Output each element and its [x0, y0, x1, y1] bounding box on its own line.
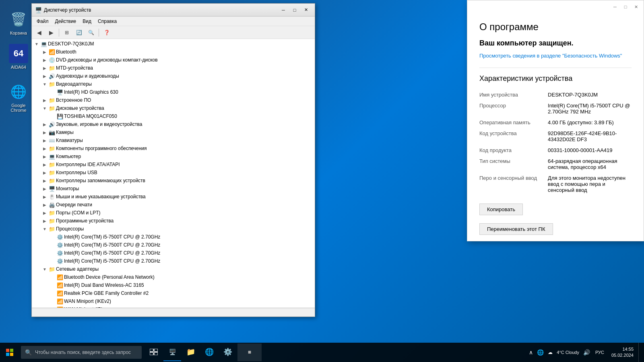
- menu-action[interactable]: Действие: [52, 18, 80, 25]
- tree-node[interactable]: ▶🖱️Мыши и иные указывающие устройства: [32, 193, 315, 201]
- tree-node[interactable]: ▼💻DESKTOP-7Q3K0JM: [32, 40, 315, 48]
- tree-toggle-icon[interactable]: ▶: [41, 57, 48, 63]
- tray-clock[interactable]: 14:55 05.02.2024: [608, 346, 637, 359]
- menu-file[interactable]: Файл: [33, 18, 52, 25]
- tree-toggle-icon[interactable]: ▼: [41, 226, 48, 232]
- desktop-icon-recycle[interactable]: 🗑️ Корзина: [4, 8, 33, 37]
- tree-toggle-icon[interactable]: ▶: [41, 177, 48, 184]
- devmgr-taskbar-btn[interactable]: 🖥️: [163, 343, 181, 361]
- about-maximize-btn[interactable]: □: [620, 2, 631, 12]
- about-close-btn[interactable]: ✕: [631, 2, 641, 12]
- device-tree[interactable]: ▼💻DESKTOP-7Q3K0JM▶📶Bluetooth▶💿DVD-дисков…: [32, 39, 315, 308]
- tree-node[interactable]: ▶🔊Аудиовходы и аудиовыходы: [32, 72, 315, 80]
- tree-toggle-icon[interactable]: ▶: [41, 153, 48, 160]
- start-button[interactable]: [0, 343, 19, 362]
- tree-node[interactable]: 🖥️Intel(R) HD Graphics 630: [32, 88, 315, 96]
- tree-node[interactable]: ▶📁Встроенное ПО: [32, 96, 315, 104]
- about-taskbar-btn[interactable]: ■: [237, 343, 262, 361]
- rename-pc-btn[interactable]: Переименовать этот ПК: [479, 223, 553, 235]
- toolbar-properties-btn[interactable]: ⊞: [61, 27, 72, 38]
- tree-node[interactable]: 📶Realtek PCIe GBE Family Controller #2: [32, 289, 315, 297]
- desktop-icon-aida64[interactable]: 64 AIDA64: [4, 42, 33, 71]
- taskbar-search-box[interactable]: 🔍 Чтобы начать поиск, введите здесь запр…: [21, 346, 142, 359]
- show-desktop-btn[interactable]: [638, 343, 641, 362]
- devmgr-minimize-btn[interactable]: ─: [278, 5, 289, 15]
- toolbar-forward-btn[interactable]: ▶: [45, 27, 57, 38]
- tree-node[interactable]: ▶📁Программные устройства: [32, 217, 315, 225]
- toolbar-update-btn[interactable]: 🔄: [73, 27, 85, 38]
- tree-node[interactable]: ⚙️Intel(R) Core(TM) i5-7500T CPU @ 2.70G…: [32, 249, 315, 257]
- tree-toggle-icon[interactable]: ▶: [41, 121, 48, 128]
- tray-lang[interactable]: РУС: [593, 350, 607, 355]
- chrome-taskbar-btn[interactable]: 🌐: [200, 343, 218, 361]
- tree-node[interactable]: ▶💻Компьютер: [32, 152, 315, 160]
- tree-node[interactable]: ▶📁Контроллеры USB: [32, 169, 315, 177]
- tree-toggle-icon[interactable]: ▼: [33, 41, 40, 47]
- tree-toggle-icon[interactable]: ▶: [41, 210, 48, 216]
- tree-node-label: Мыши и иные указывающие устройства: [56, 194, 146, 200]
- file-explorer-taskbar-btn[interactable]: 📁: [182, 343, 200, 361]
- tree-toggle-icon[interactable]: ▶: [41, 185, 48, 192]
- tree-node[interactable]: ▶📷Камеры: [32, 128, 315, 136]
- tree-node[interactable]: ⚙️Intel(R) Core(TM) i5-7500T CPU @ 2.70G…: [32, 241, 315, 249]
- tree-node[interactable]: ▶🖥️Мониторы: [32, 185, 315, 193]
- tree-toggle-icon[interactable]: ▼: [41, 266, 48, 272]
- tray-volume-icon[interactable]: 🔊: [582, 349, 591, 356]
- tree-node[interactable]: ▶🔊Звуковые, игровые и видеоустройства: [32, 120, 315, 128]
- tree-toggle-icon[interactable]: ▼: [41, 81, 48, 87]
- tray-weather-icon[interactable]: ☁: [547, 350, 554, 355]
- tree-toggle-icon[interactable]: ▶: [41, 193, 48, 200]
- tree-node[interactable]: ▶📁MTD-устройства: [32, 64, 315, 72]
- tree-node[interactable]: ▶📁Компоненты программного обеспечения: [32, 144, 315, 152]
- tree-toggle-icon[interactable]: ▶: [41, 137, 48, 144]
- tree-node[interactable]: 📶WAN Miniport (IKEv2): [32, 297, 315, 305]
- task-view-btn[interactable]: [145, 343, 163, 361]
- tree-node[interactable]: 💾TOSHIBA MQ01ACF050: [32, 112, 315, 120]
- about-minimize-btn[interactable]: ─: [610, 2, 620, 12]
- tree-node[interactable]: ▼📁Видеоадаптеры: [32, 80, 315, 88]
- desktop-icon-chrome[interactable]: 🌐 Google Chrome: [4, 80, 33, 114]
- tree-node[interactable]: ▼📁Сетевые адаптеры: [32, 265, 315, 273]
- menu-view[interactable]: Вид: [79, 18, 95, 25]
- tree-node[interactable]: ▶📁Контроллеры IDE ATA/ATAPI: [32, 160, 315, 169]
- tree-node[interactable]: ▼📁Процессоры: [32, 225, 315, 233]
- toolbar-scan-btn[interactable]: 🔍: [85, 27, 97, 38]
- tree-node[interactable]: ▶📁Порты (COM и LPT): [32, 209, 315, 217]
- tree-toggle-icon[interactable]: ▶: [41, 97, 48, 103]
- devmgr-close-btn[interactable]: ✕: [300, 5, 312, 15]
- devmgr-maximize-btn[interactable]: □: [289, 5, 300, 15]
- tray-chevron-icon[interactable]: ∧: [528, 349, 534, 356]
- tree-toggle-icon[interactable]: ▶: [41, 202, 48, 208]
- tray-network-icon[interactable]: 🌐: [536, 349, 545, 356]
- copy-btn[interactable]: Копировать: [479, 204, 523, 215]
- tree-toggle-icon[interactable]: ▶: [41, 65, 48, 71]
- tree-toggle-icon[interactable]: ▶: [41, 129, 48, 136]
- tree-toggle-icon[interactable]: ▶: [41, 161, 48, 168]
- tree-node-label: Процессоры: [56, 226, 84, 232]
- tree-toggle-icon[interactable]: ▶: [41, 145, 48, 152]
- toolbar-back-btn[interactable]: ◀: [33, 27, 45, 38]
- toolbar-help-btn[interactable]: ❓: [101, 27, 112, 38]
- tree-node[interactable]: 📶Bluetooth Device (Personal Area Network…: [32, 273, 315, 281]
- tree-toggle-icon[interactable]: ▶: [41, 73, 48, 79]
- devmgr-titlebar[interactable]: 🖥️ Диспетчер устройств ─ □ ✕: [32, 4, 315, 16]
- tree-toggle-icon[interactable]: ▼: [41, 105, 48, 111]
- tree-node[interactable]: ⚙️Intel(R) Core(TM) i5-7500T CPU @ 2.70G…: [32, 233, 315, 241]
- tree-node[interactable]: ▶📁Контроллеры запоминающих устройств: [32, 177, 315, 185]
- tree-node[interactable]: ▶💿DVD-дисководы и дисководы компакт-диск…: [32, 56, 315, 64]
- tree-node[interactable]: ▼📁Дисковые устройства: [32, 104, 315, 112]
- tree-node[interactable]: ▶📶Bluetooth: [32, 48, 315, 56]
- tree-node[interactable]: ▶⌨️Клавиатуры: [32, 136, 315, 144]
- about-protected-text: Ваш компьютер защищен.: [479, 39, 632, 47]
- tree-toggle-icon[interactable]: ▶: [41, 169, 48, 176]
- tree-toggle-icon[interactable]: ▶: [41, 49, 48, 55]
- tree-node-label: Intel(R) Core(TM) i5-7500T CPU @ 2.70GHz: [64, 234, 160, 240]
- about-security-link[interactable]: Просмотреть сведения в разделе "Безопасн…: [479, 52, 632, 60]
- tree-node[interactable]: ▶🖨️Очереди печати: [32, 201, 315, 209]
- tree-node[interactable]: ⚙️Intel(R) Core(TM) i5-7500T CPU @ 2.70G…: [32, 257, 315, 265]
- tree-toggle-icon[interactable]: ▶: [41, 218, 48, 224]
- menu-help[interactable]: Справка: [95, 18, 120, 25]
- about-field-row: Код устройства92D98D5E-126F-424E-9B10-43…: [479, 128, 632, 145]
- tree-node[interactable]: 📶Intel(R) Dual Band Wireless-AC 3165: [32, 281, 315, 289]
- settings-taskbar-btn[interactable]: ⚙️: [219, 343, 237, 361]
